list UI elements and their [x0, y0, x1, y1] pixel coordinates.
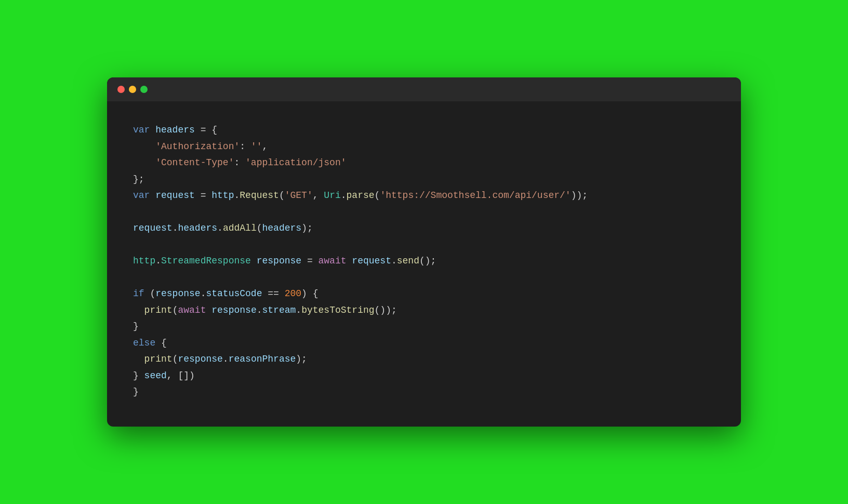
blank-line-1	[133, 204, 715, 221]
code-line-11: else {	[133, 335, 715, 352]
code-line-4: };	[133, 171, 715, 188]
code-line-5: var request = http.Request('GET', Uri.pa…	[133, 188, 715, 204]
code-line-2: 'Authorization': '',	[133, 139, 715, 155]
blank-line-3	[133, 270, 715, 286]
title-bar	[107, 77, 741, 101]
maximize-button[interactable]	[140, 86, 148, 93]
code-editor: var headers = { 'Authorization': '', 'Co…	[107, 101, 741, 427]
blank-line-2	[133, 237, 715, 254]
code-line-6: request.headers.addAll(headers);	[133, 220, 715, 237]
code-line-12: print(response.reasonPhrase);	[133, 351, 715, 368]
code-line-9: print(await response.stream.bytesToStrin…	[133, 302, 715, 319]
code-line-3: 'Content-Type': 'application/json'	[133, 155, 715, 171]
code-line-10: }	[133, 319, 715, 335]
code-line-7: http.StreamedResponse response = await r…	[133, 253, 715, 270]
minimize-button[interactable]	[129, 86, 136, 93]
code-line-13: } seed, [])	[133, 368, 715, 384]
code-window: var headers = { 'Authorization': '', 'Co…	[107, 77, 741, 427]
code-line-1: var headers = {	[133, 122, 715, 139]
close-button[interactable]	[117, 86, 125, 93]
code-line-8: if (response.statusCode == 200) {	[133, 286, 715, 302]
code-line-14: }	[133, 384, 715, 401]
